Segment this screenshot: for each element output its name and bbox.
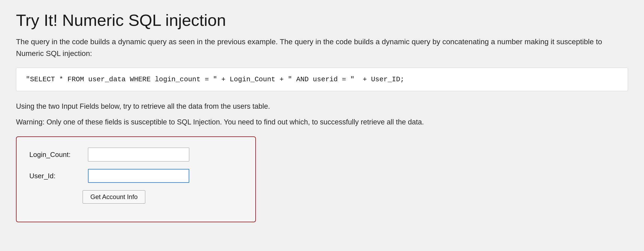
login-count-row: Login_Count:: [29, 148, 243, 161]
code-snippet: "SELECT * FROM user_data WHERE login_cou…: [16, 68, 628, 91]
get-account-info-button[interactable]: Get Account Info: [83, 190, 145, 204]
login-count-label: Login_Count:: [29, 151, 83, 159]
page-description: The query in the code builds a dynamic q…: [16, 36, 602, 59]
login-count-input[interactable]: [88, 148, 189, 161]
user-id-input[interactable]: [88, 169, 189, 183]
submit-row: Get Account Info: [29, 190, 243, 204]
warning-text: Warning: Only one of these fields is sus…: [16, 116, 602, 128]
injection-form: Login_Count: User_Id: Get Account Info: [16, 136, 256, 222]
user-id-row: User_Id:: [29, 169, 243, 183]
page-title: Try It! Numeric SQL injection: [16, 11, 628, 30]
user-id-label: User_Id:: [29, 172, 83, 180]
instructions-text: Using the two Input Fields below, try to…: [16, 101, 602, 112]
